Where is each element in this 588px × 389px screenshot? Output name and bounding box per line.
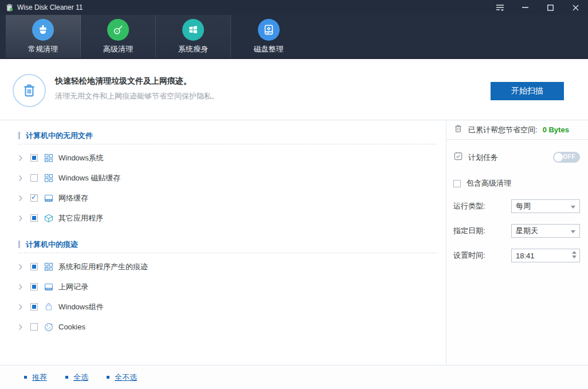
day-select[interactable]: 星期天: [511, 224, 580, 238]
checkbox[interactable]: [30, 283, 38, 290]
tab-label: 常规清理: [28, 44, 58, 54]
tree-item[interactable]: Windows组件: [18, 297, 437, 317]
schedule-toggle[interactable]: OFF: [553, 152, 580, 163]
tree-item[interactable]: 网络缓存: [18, 188, 437, 208]
spin-down-icon[interactable]: [572, 256, 577, 258]
chevron-down-icon: [571, 206, 575, 209]
bullet-square-icon: [65, 376, 68, 379]
tab-label: 高级清理: [103, 44, 133, 54]
brush-icon: [32, 19, 54, 41]
cleanup-tree: 计算机中的无用文件 Windows系统 Windows 磁贴缓存 网络缓存 其它…: [0, 120, 446, 365]
select-all-link[interactable]: 全选: [65, 372, 88, 383]
run-type-select[interactable]: 每周: [511, 199, 580, 213]
checkbox[interactable]: [30, 303, 38, 311]
minimize-button[interactable]: [512, 0, 538, 15]
tree-item-label: Windows系统: [58, 153, 104, 163]
main-menu-button[interactable]: [487, 0, 512, 15]
day-row: 指定日期: 星期天: [453, 224, 580, 238]
checkbox[interactable]: [30, 174, 38, 182]
time-input[interactable]: 18:41: [511, 249, 580, 262]
chevron-right-icon[interactable]: [18, 284, 23, 290]
tree-item[interactable]: Windows 磁贴缓存: [18, 168, 437, 188]
tree-item[interactable]: 上网记录: [18, 277, 437, 297]
section-marker: [18, 241, 20, 248]
close-button[interactable]: [563, 0, 588, 15]
toggle-knob: [554, 153, 563, 162]
chevron-down-icon: [571, 230, 575, 233]
time-label: 设置时间:: [453, 250, 485, 261]
recommend-link[interactable]: 推荐: [24, 372, 47, 383]
tree-item[interactable]: 其它应用程序: [18, 208, 437, 228]
day-label: 指定日期:: [453, 226, 485, 236]
checkbox[interactable]: [30, 194, 38, 202]
schedule-row: 计划任务 OFF: [453, 151, 580, 163]
settings-sidebar: 已累计帮您节省空间: 0 Bytes 计划任务 OFF 包含高级清理 运行类型:…: [446, 120, 588, 365]
saved-space-row: 已累计帮您节省空间: 0 Bytes: [446, 120, 588, 140]
checkbox[interactable]: [453, 180, 461, 187]
clipboard-check-icon: [453, 151, 463, 163]
bullet-square-icon: [24, 376, 27, 379]
tab-label: 系统瘦身: [178, 44, 208, 54]
include-advanced-label: 包含高级清理: [467, 178, 511, 188]
header-title: 快速轻松地清理垃圾文件及上网痕迹。: [55, 76, 191, 87]
tab-system-slimming[interactable]: 系统瘦身: [156, 15, 231, 58]
main-tab-bar: 常规清理 高级清理 系统瘦身 磁盘整理: [0, 15, 588, 59]
run-type-value: 每周: [516, 201, 531, 211]
tree-item[interactable]: Cookies: [18, 317, 437, 337]
time-row: 设置时间: 18:41: [453, 249, 580, 262]
checkbox[interactable]: [30, 214, 38, 222]
checkbox[interactable]: [30, 263, 38, 270]
tree-item-label: 网络缓存: [58, 193, 88, 203]
saved-space-value: 0 Bytes: [543, 125, 569, 134]
tab-disk-defrag[interactable]: 磁盘整理: [231, 15, 306, 58]
header-band: 快速轻松地清理垃圾文件及上网痕迹。 清理无用文件和上网痕迹能够节省空间保护隐私。…: [0, 59, 588, 120]
start-scan-button[interactable]: 开始扫描: [491, 82, 564, 100]
chevron-right-icon[interactable]: [18, 195, 23, 202]
tree-item-label: 系统和应用程序产生的痕迹: [58, 262, 148, 272]
trash-icon: [453, 124, 463, 136]
run-type-row: 运行类型: 每周: [453, 199, 580, 213]
schedule-label: 计划任务: [468, 152, 498, 163]
hard-disk-icon: [258, 19, 280, 41]
tree-item[interactable]: Windows系统: [18, 148, 437, 168]
section-header-junk-files: 计算机中的无用文件: [18, 127, 437, 144]
chevron-right-icon[interactable]: [18, 215, 23, 222]
time-spinner: [572, 251, 577, 258]
spin-up-icon[interactable]: [572, 251, 577, 254]
tab-advanced-cleaner[interactable]: 高级清理: [81, 15, 156, 58]
chevron-right-icon[interactable]: [18, 264, 23, 270]
puzzle-icon: [44, 302, 53, 312]
tree-item-label: Cookies: [58, 323, 85, 331]
link-label: 推荐: [32, 372, 47, 383]
link-label: 全选: [73, 372, 88, 383]
day-value: 星期天: [516, 226, 538, 236]
tab-common-cleaner[interactable]: 常规清理: [6, 15, 81, 58]
windows-tiles-icon: [44, 153, 53, 163]
toggle-state-label: OFF: [563, 154, 576, 160]
tree-item-label: Windows 磁贴缓存: [58, 173, 120, 183]
checkbox[interactable]: [30, 154, 38, 162]
vacuum-icon: [107, 19, 129, 41]
section-title: 计算机中的无用文件: [26, 131, 93, 141]
select-none-link[interactable]: 全不选: [107, 372, 137, 383]
windows-logo-icon: [182, 19, 204, 41]
run-type-label: 运行类型:: [453, 201, 485, 211]
chevron-right-icon[interactable]: [18, 304, 23, 311]
section-marker: [18, 132, 20, 139]
chevron-right-icon[interactable]: [18, 324, 23, 331]
bullet-square-icon: [107, 376, 109, 379]
section-header-traces: 计算机中的痕迹: [18, 236, 437, 253]
window-title: Wise Disk Cleaner 11: [17, 3, 83, 11]
checkbox[interactable]: [30, 323, 38, 331]
chevron-right-icon[interactable]: [18, 175, 23, 182]
trash-circle-icon: [13, 74, 46, 107]
tab-label: 磁盘整理: [254, 44, 284, 54]
maximize-button[interactable]: [538, 0, 563, 15]
tree-item-label: Windows组件: [58, 302, 104, 312]
tree-item-label: 其它应用程序: [58, 213, 103, 223]
include-advanced-row[interactable]: 包含高级清理: [453, 178, 580, 188]
chevron-right-icon[interactable]: [18, 155, 23, 162]
browser-window-icon: [44, 282, 53, 292]
tree-item[interactable]: 系统和应用程序产生的痕迹: [18, 257, 437, 277]
window-controls: [487, 0, 588, 15]
